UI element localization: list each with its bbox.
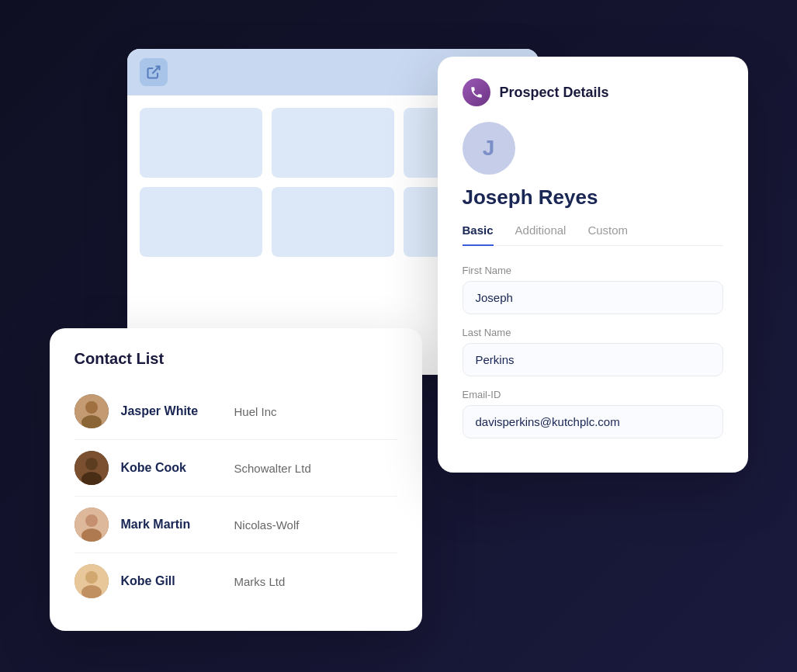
svg-point-2 bbox=[85, 401, 98, 414]
grid-cell bbox=[272, 187, 394, 257]
prospect-details-card: Prospect Details J Joseph Reyes Basic Ad… bbox=[438, 57, 748, 473]
first-name-value[interactable]: Joseph bbox=[463, 281, 723, 314]
tab-custom[interactable]: Custom bbox=[587, 223, 628, 245]
grid-cell bbox=[140, 187, 262, 257]
avatar-letter: J bbox=[483, 136, 495, 161]
avatar bbox=[75, 507, 109, 542]
contact-list-title: Contact List bbox=[75, 350, 397, 368]
first-name-label: First Name bbox=[463, 265, 723, 276]
last-name-field: Last Name Perkins bbox=[463, 327, 723, 376]
last-name-value[interactable]: Perkins bbox=[463, 343, 723, 376]
grid-cell bbox=[272, 108, 394, 178]
svg-point-5 bbox=[85, 458, 98, 470]
prospect-avatar: J bbox=[463, 122, 515, 175]
last-name-label: Last Name bbox=[463, 327, 723, 338]
first-name-field: First Name Joseph bbox=[463, 265, 723, 314]
list-item[interactable]: Kobe Cook Schowalter Ltd bbox=[75, 440, 397, 497]
contact-company: Marks Ltd bbox=[234, 575, 286, 588]
contact-company: Nicolas-Wolf bbox=[234, 518, 300, 532]
app-icon bbox=[140, 58, 168, 86]
avatar bbox=[75, 564, 109, 598]
avatar bbox=[75, 394, 109, 428]
avatar bbox=[75, 451, 109, 485]
list-item[interactable]: Jasper White Huel Inc bbox=[75, 383, 397, 440]
prospect-header: Prospect Details bbox=[463, 78, 723, 106]
tab-basic[interactable]: Basic bbox=[463, 223, 494, 246]
svg-point-8 bbox=[85, 514, 98, 527]
prospect-panel-title: Prospect Details bbox=[500, 85, 609, 101]
contact-name: Kobe Gill bbox=[121, 574, 222, 588]
grid-cell bbox=[140, 108, 262, 178]
tab-additional[interactable]: Additional bbox=[515, 223, 567, 245]
contact-list-card: Contact List Jasper White Huel Inc bbox=[50, 328, 422, 631]
tab-bar: Basic Additional Custom bbox=[463, 223, 723, 246]
svg-point-11 bbox=[85, 571, 98, 584]
contact-company: Huel Inc bbox=[234, 405, 277, 418]
list-item[interactable]: Mark Martin Nicolas-Wolf bbox=[75, 497, 397, 553]
list-item[interactable]: Kobe Gill Marks Ltd bbox=[75, 553, 397, 609]
contact-name: Kobe Cook bbox=[121, 461, 222, 475]
contact-name: Mark Martin bbox=[121, 518, 222, 532]
contact-company: Schowalter Ltd bbox=[234, 462, 311, 475]
email-label: Email-ID bbox=[463, 389, 723, 400]
email-field: Email-ID davisperkins@kutchplc.com bbox=[463, 389, 723, 438]
prospect-icon bbox=[463, 78, 490, 106]
email-value[interactable]: davisperkins@kutchplc.com bbox=[463, 405, 723, 438]
contact-name: Jasper White bbox=[121, 404, 222, 418]
svg-line-0 bbox=[152, 67, 159, 74]
prospect-name: Joseph Reyes bbox=[463, 185, 723, 210]
